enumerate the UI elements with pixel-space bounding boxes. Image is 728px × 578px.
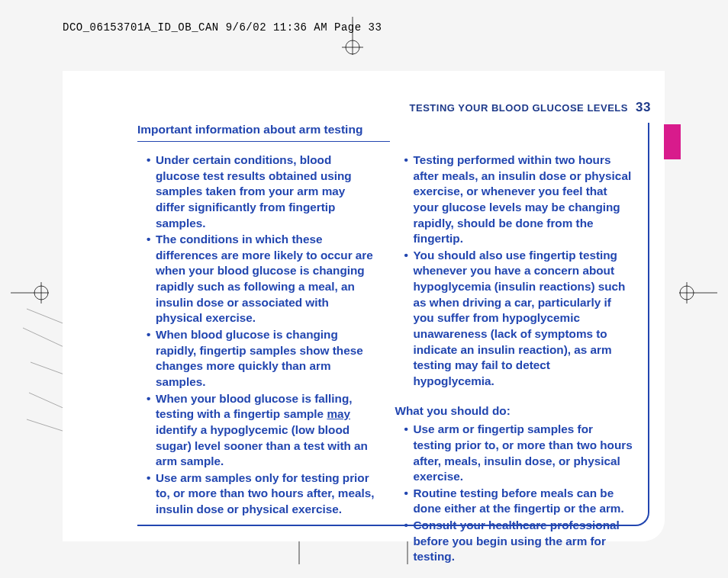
list-item: When blood glucose is changing rapidly, … bbox=[147, 327, 377, 390]
section-tab bbox=[664, 124, 681, 159]
list-item: When your blood glucose is falling, test… bbox=[147, 391, 377, 470]
list-item: The conditions in which these difference… bbox=[147, 232, 377, 326]
list-item: Use arm samples only for testing prior t… bbox=[147, 470, 377, 518]
crop-mark-left bbox=[11, 282, 58, 303]
list-item: You should also use fingertip testing wh… bbox=[404, 248, 635, 390]
content-box: Important information about arm testing … bbox=[137, 123, 649, 526]
page-card: TESTING YOUR BLOOD GLUCOSE LEVELS 33 Imp… bbox=[63, 71, 665, 541]
list-item: Use arm or fingertip samples for testing… bbox=[404, 422, 635, 485]
right-column: Testing performed within two hours after… bbox=[395, 153, 635, 566]
running-header-text: TESTING YOUR BLOOD GLUCOSE LEVELS bbox=[410, 102, 628, 114]
underline-may: may bbox=[327, 407, 350, 420]
section-title: Important information about arm testing bbox=[137, 123, 390, 142]
running-header: TESTING YOUR BLOOD GLUCOSE LEVELS 33 bbox=[137, 100, 651, 115]
crop-mark-top bbox=[342, 17, 363, 64]
printer-crop-header: DCO_06153701A_ID_OB_CAN 9/6/02 11:36 AM … bbox=[63, 21, 382, 34]
list-item: Routine testing before meals can be done… bbox=[404, 486, 635, 517]
crop-mark-right bbox=[670, 282, 717, 303]
list-item: Consult your healthcare professional bef… bbox=[404, 518, 635, 565]
list-item: Under certain conditions, blood glucose … bbox=[147, 153, 377, 231]
list-item: Testing performed within two hours after… bbox=[404, 153, 635, 247]
subheading: What you should do: bbox=[395, 403, 635, 419]
page-number: 33 bbox=[636, 100, 651, 114]
left-column: Under certain conditions, blood glucose … bbox=[137, 153, 377, 566]
